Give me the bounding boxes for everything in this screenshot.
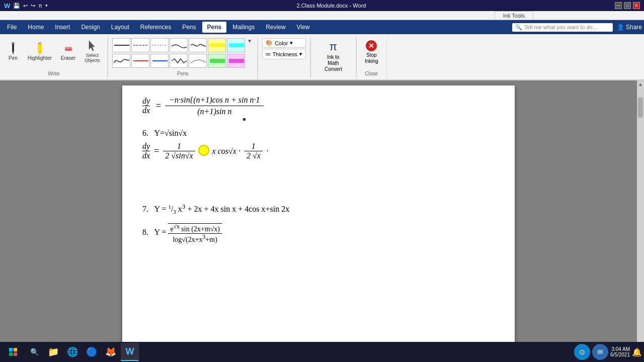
taskbar-chrome[interactable]: 🔵 (83, 343, 101, 361)
window-title: 2.Class Module.docx - Word (48, 3, 615, 9)
menu-mailings[interactable]: Mailings (227, 22, 260, 33)
write-group: Pen Highlighter Eraser Sel (0, 36, 108, 79)
menu-home[interactable]: Home (23, 22, 49, 33)
start-btn[interactable] (2, 343, 24, 361)
pen-row-top: ▼ (112, 38, 253, 52)
pen-swatch-2[interactable] (131, 38, 149, 52)
pens-expand-btn[interactable]: ▼ (246, 38, 253, 52)
scroll-thumb[interactable] (638, 98, 643, 118)
pen-swatch-1[interactable] (112, 38, 130, 52)
pen-label: Pen (9, 55, 18, 61)
share-icon: 👤 (617, 24, 624, 31)
pen-row-bottom: ▼ (112, 54, 253, 68)
svg-rect-0 (12, 43, 14, 51)
taskbar-file-explorer[interactable]: 📁 (44, 343, 62, 361)
ink-math-label: Ink toMathConvert (325, 54, 342, 72)
svg-rect-5 (38, 42, 41, 44)
pen-swatch-3[interactable] (150, 38, 169, 52)
search-placeholder[interactable]: Tell me what you want to do... (524, 24, 597, 30)
menu-view[interactable]: View (292, 22, 315, 33)
minimize-btn[interactable]: ─ (615, 2, 622, 9)
taskbar-edge[interactable]: 🌐 (63, 343, 82, 361)
menu-bar: File Home Insert Design Layout Reference… (0, 20, 644, 34)
title-bar-left: W 💾 ↩ ↪ π ▾ (4, 2, 48, 10)
share-btn[interactable]: 👤 Share (617, 24, 642, 31)
word-logo-icon: W (4, 2, 10, 10)
redo-icon[interactable]: ↪ (31, 3, 35, 9)
highlighter-tool-btn[interactable]: Highlighter (24, 41, 55, 63)
ink-to-math-btn[interactable]: π Ink toMathConvert (320, 38, 346, 74)
pen-swatch-5[interactable] (189, 38, 207, 52)
word-page[interactable]: dy dx = −n·sin{(n+1)cos n + sin n·1 (n+1… (122, 85, 515, 355)
write-tools: Pen Highlighter Eraser Sel (4, 38, 103, 65)
pens-swatches: ▼ ▼ (112, 38, 253, 68)
thickness-btn[interactable]: ═ Thickness ▾ (262, 49, 306, 59)
stop-inking-group: ✕ StopInking Close (357, 36, 387, 79)
scrollbar-right[interactable]: ▲ ▼ (637, 80, 644, 360)
cortana-icon[interactable]: ⊙ (574, 344, 590, 360)
svg-marker-4 (38, 51, 42, 54)
notification-center-btn[interactable]: 🔔 (632, 347, 642, 357)
pen-swatch-green[interactable] (208, 54, 226, 68)
save-icon[interactable]: 💾 (13, 3, 20, 9)
color-options: 🎨 Color ▾ ═ Thickness ▾ (262, 38, 306, 59)
pen-swatch-b3[interactable] (150, 54, 169, 68)
eraser-tool-btn[interactable]: Eraser (57, 41, 79, 63)
taskbar-search[interactable]: 🔍 (25, 343, 43, 361)
menu-file[interactable]: File (2, 22, 22, 33)
svg-marker-8 (89, 41, 95, 51)
search-bar[interactable]: 🔍 Tell me what you want to do... (512, 23, 613, 32)
highlighter-label: Highlighter (28, 55, 52, 61)
select-objects-btn[interactable]: SelectObjects (81, 38, 103, 65)
window-controls: ─ □ ✕ (615, 2, 640, 9)
color-label: Color (275, 40, 288, 46)
menu-review[interactable]: Review (261, 22, 290, 33)
pen-swatch-b4[interactable] (170, 54, 188, 68)
equation-6-label: 6. Y=√sin√x (142, 129, 495, 138)
svg-rect-20 (9, 352, 13, 356)
restore-btn[interactable]: □ (624, 2, 631, 9)
menu-pens-active[interactable]: Pens (202, 22, 227, 33)
taskbar-firefox[interactable]: 🦊 (102, 343, 120, 361)
pen-swatch-4[interactable] (170, 38, 188, 52)
notification-icon[interactable]: ✉ (592, 344, 608, 360)
thickness-dropdown-icon: ▾ (299, 51, 302, 57)
equation-top-fraction: dy dx = −n·sin{(n+1)cos n + sin n·1 (n+1… (142, 96, 495, 121)
taskbar-word[interactable]: W (121, 343, 139, 361)
taskbar-right: ⊙ ✉ 3:04 AM 6/5/2021 🔔 (574, 344, 642, 360)
menu-references[interactable]: References (135, 22, 176, 33)
pen-swatch-b2[interactable] (131, 54, 149, 68)
menu-pens-first[interactable]: Pens (177, 22, 201, 33)
undo-icon[interactable]: ↩ (23, 3, 28, 9)
svg-rect-19 (14, 348, 17, 351)
color-btn[interactable]: 🎨 Color ▾ (262, 38, 306, 48)
pen-swatch-purple[interactable] (227, 54, 245, 68)
pen-swatch-yellow[interactable] (208, 38, 226, 52)
pen-swatch-b5[interactable] (189, 54, 207, 68)
scroll-up-btn[interactable]: ▲ (637, 80, 644, 87)
close-btn[interactable]: ✕ (633, 2, 640, 9)
stop-inking-label: StopInking (365, 52, 378, 64)
color-thickness-group: 🎨 Color ▾ ═ Thickness ▾ (258, 36, 310, 79)
stop-inking-btn[interactable]: ✕ StopInking (361, 38, 382, 66)
svg-rect-3 (38, 44, 42, 51)
svg-marker-1 (12, 51, 14, 55)
pen-swatch-cyan[interactable] (227, 38, 245, 52)
menu-bar-right: 🔍 Tell me what you want to do... 👤 Share (512, 23, 642, 32)
search-icon: 🔍 (515, 24, 522, 31)
equation-8: 8. Y = e√x sin (2x+m√x) log√(2x+x3+m) (142, 223, 495, 244)
pens-group: ▼ ▼ Pens (108, 36, 258, 79)
highlighter-cursor (198, 145, 209, 156)
menu-insert[interactable]: Insert (50, 22, 75, 33)
pen-tool-btn[interactable]: Pen (4, 41, 22, 63)
stop-icon: ✕ (366, 40, 377, 51)
color-icon: 🎨 (266, 40, 273, 46)
write-group-label: Write (48, 71, 59, 77)
ink-math-icon: π (330, 40, 337, 53)
equation-6-derivative: dy dx = 1 2 √sin√x · x cos√x · (142, 142, 495, 160)
pen-icon (8, 43, 19, 54)
menu-design[interactable]: Design (76, 22, 105, 33)
menu-layout[interactable]: Layout (106, 22, 134, 33)
pen-swatch-b1[interactable] (112, 54, 130, 68)
svg-rect-7 (65, 49, 72, 51)
